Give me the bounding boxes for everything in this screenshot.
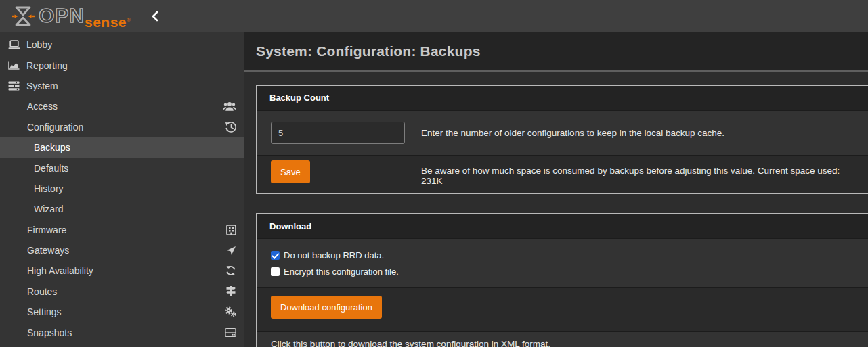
sidebar-nav: Lobby Reporting <box>0 32 244 347</box>
hourglass-logo-icon <box>11 5 35 28</box>
rrd-checkbox-label[interactable]: Do not backup RRD data. <box>271 248 857 262</box>
logo-opn-outline: OPN <box>38 3 87 27</box>
backup-count-save-row: Save Be aware of how much space is consu… <box>257 156 868 193</box>
sidebar-item-reporting[interactable]: Reporting <box>0 55 244 75</box>
logo-registered-mark: ® <box>127 17 131 23</box>
sidebar-item-label: Gateways <box>27 245 69 256</box>
sidebar-item-label: Lobby <box>26 39 52 50</box>
download-help-row: Click this button to download the system… <box>257 332 868 347</box>
firmware-icon <box>226 225 236 235</box>
sidebar-item-high-availability[interactable]: High Availability <box>0 260 244 281</box>
sidebar-item-gateways[interactable]: Gateways <box>0 240 244 260</box>
backup-count-input[interactable] <box>271 122 405 144</box>
sidebar-item-history[interactable]: History <box>0 179 244 199</box>
download-button-row: Download configuration <box>257 288 868 332</box>
main-content: System: Configuration: Backups Backup Co… <box>244 32 868 347</box>
sidebar-item-wizard[interactable]: Wizard <box>0 199 244 219</box>
content-body: Backup Count Enter the number of older c… <box>244 72 868 347</box>
page-title: System: Configuration: Backups <box>256 43 481 60</box>
sidebar-item-firmware[interactable]: Firmware <box>0 220 244 240</box>
backup-count-input-help: Enter the number of older configurations… <box>421 128 724 138</box>
sidebar-item-label: Wizard <box>34 204 64 214</box>
sidebar-item-access[interactable]: Access <box>0 96 244 116</box>
backup-count-save-help: Be aware of how much space is consumed b… <box>421 160 857 186</box>
backup-count-panel-header: Backup Count <box>257 86 868 111</box>
laptop-icon <box>7 40 21 50</box>
refresh-icon <box>225 265 236 276</box>
topbar: OPN sense ® <box>0 0 868 32</box>
area-chart-icon <box>7 61 21 70</box>
download-panel-header: Download <box>257 214 868 239</box>
sidebar-item-snapshots[interactable]: Snapshots <box>0 322 244 342</box>
sidebar-item-label: Backups <box>34 142 70 153</box>
backup-count-save-cell: Save <box>271 160 421 183</box>
encrypt-checkbox-text: Encrypt this configuration file. <box>284 267 399 277</box>
rrd-checkbox-text: Do not backup RRD data. <box>284 250 384 260</box>
sidebar-item-backups[interactable]: Backups <box>0 137 244 158</box>
save-button[interactable]: Save <box>271 160 310 183</box>
sidebar-item-label: Firmware <box>27 225 66 235</box>
download-panel: Download Do not backup RRD data. Encrypt… <box>256 213 868 347</box>
chevron-left-icon <box>151 11 159 22</box>
sidebar-item-lobby[interactable]: Lobby <box>0 34 244 55</box>
backup-count-panel: Backup Count Enter the number of older c… <box>256 85 868 194</box>
encrypt-checkbox[interactable] <box>271 267 280 276</box>
map-signs-icon <box>225 286 236 296</box>
sidebar-item-system[interactable]: System <box>0 76 244 96</box>
svg-text:OPN: OPN <box>39 4 85 26</box>
encrypt-checkbox-label[interactable]: Encrypt this configuration file. <box>271 264 857 279</box>
sidebar-item-configuration[interactable]: Configuration <box>0 117 244 137</box>
sidebar-item-label: System <box>26 80 58 91</box>
sidebar-item-label: Reporting <box>26 60 68 71</box>
logo-sense: sense <box>85 14 127 30</box>
backup-count-input-row: Enter the number of older configurations… <box>257 111 868 156</box>
sidebar-item-label: Routes <box>27 286 57 297</box>
sidebar-item-label: History <box>34 183 64 194</box>
rrd-checkbox[interactable] <box>271 251 280 260</box>
sidebar-item-settings[interactable]: Settings <box>0 302 244 322</box>
sidebar-item-label: High Availability <box>27 265 93 276</box>
download-configuration-button[interactable]: Download configuration <box>271 296 382 319</box>
opnsense-logo[interactable]: OPN sense ® <box>11 3 131 30</box>
location-arrow-icon <box>226 246 236 256</box>
sidebar-item-label: Settings <box>27 306 62 317</box>
sidebar-item-routes[interactable]: Routes <box>0 281 244 302</box>
page-header: System: Configuration: Backups <box>244 32 868 72</box>
hdd-icon <box>225 328 236 337</box>
download-help-text: Click this button to download the system… <box>271 339 550 347</box>
cogs-icon <box>224 306 236 317</box>
sidebar-item-label: Access <box>27 101 58 112</box>
opnsense-app: OPN sense ® <box>0 0 868 347</box>
sidebar-item-label: Defaults <box>34 163 68 174</box>
sidebar-item-label: Snapshots <box>27 327 72 338</box>
sidebar-collapse-button[interactable] <box>148 8 162 24</box>
tasks-icon <box>7 81 21 91</box>
download-options-row: Do not backup RRD data. Encrypt this con… <box>257 239 868 288</box>
sidebar-item-label: Configuration <box>27 122 83 133</box>
users-icon <box>223 101 236 112</box>
logo-text: OPN sense ® <box>38 3 131 30</box>
sidebar-item-defaults[interactable]: Defaults <box>0 158 244 178</box>
history-icon <box>225 122 236 133</box>
backup-count-input-cell <box>271 122 421 144</box>
